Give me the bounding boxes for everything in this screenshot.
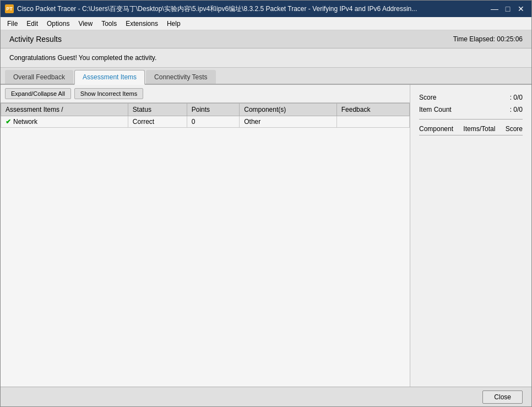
tabs-bar: Overall Feedback Assessment Items Connec…	[1, 68, 531, 85]
menu-bar: File Edit Options View Tools Extensions …	[1, 17, 531, 30]
assessment-table: Assessment Items / Status Points Compone…	[1, 103, 410, 128]
title-bar-left: PT Cisco Packet Tracer - C:\Users\百变马丁\D…	[5, 4, 417, 14]
window-controls: — □ ✕	[488, 3, 527, 15]
close-dialog-button[interactable]: Close	[482, 390, 523, 404]
item-count-row: Item Count : 0/0	[419, 104, 523, 116]
right-panel: Score : 0/0 Item Count : 0/0 Component I…	[410, 85, 531, 387]
tab-overall-feedback[interactable]: Overall Feedback	[5, 70, 73, 84]
score-row: Score : 0/0	[419, 91, 523, 104]
cell-feedback	[336, 116, 409, 128]
score-divider	[419, 119, 523, 120]
title-bar: PT Cisco Packet Tracer - C:\Users\百变马丁\D…	[1, 1, 531, 17]
bottom-bar: Close	[1, 387, 531, 406]
toolbar: Expand/Collapse All Show Incorrect Items	[1, 85, 410, 103]
menu-options[interactable]: Options	[42, 19, 74, 29]
item-count-label: Item Count	[419, 106, 452, 113]
col-component: Component	[419, 125, 453, 133]
col-feedback: Feedback	[336, 104, 409, 116]
tab-assessment-items[interactable]: Assessment Items	[74, 70, 145, 85]
table-header-row: Assessment Items / Status Points Compone…	[1, 104, 410, 116]
col-items-total: Items/Total	[463, 125, 495, 133]
maximize-button[interactable]: □	[502, 3, 514, 15]
col-score: Score	[506, 125, 523, 133]
cell-points: 0	[187, 116, 240, 128]
item-count-value: : 0/0	[510, 106, 523, 113]
main-window: PT Cisco Packet Tracer - C:\Users\百变马丁\D…	[0, 0, 532, 407]
cell-status: Correct	[128, 116, 187, 128]
col-points: Points	[187, 104, 240, 116]
expand-collapse-button[interactable]: Expand/Collapse All	[5, 88, 71, 99]
minimize-button[interactable]: —	[488, 3, 501, 15]
menu-extensions[interactable]: Extensions	[121, 19, 162, 29]
score-table-header: Component Items/Total Score	[419, 123, 523, 135]
left-panel: Expand/Collapse All Show Incorrect Items…	[1, 85, 410, 387]
activity-title: Activity Results	[9, 35, 62, 44]
menu-view[interactable]: View	[74, 19, 97, 29]
cell-name: ✔ Network	[1, 116, 128, 128]
panel-area: Expand/Collapse All Show Incorrect Items…	[1, 85, 531, 387]
congrats-area: Congratulations Guest! You completed the…	[1, 48, 531, 68]
main-content: Activity Results Time Elapsed: 00:25:06 …	[1, 30, 531, 406]
assessment-table-wrap: Assessment Items / Status Points Compone…	[1, 103, 410, 387]
col-assessment-items: Assessment Items /	[1, 104, 128, 116]
show-incorrect-button[interactable]: Show Incorrect Items	[74, 88, 143, 99]
col-components: Component(s)	[240, 104, 336, 116]
app-icon: PT	[5, 4, 14, 13]
menu-file[interactable]: File	[3, 19, 22, 29]
menu-tools[interactable]: Tools	[97, 19, 121, 29]
table-row: ✔ Network Correct 0 Other	[1, 116, 410, 128]
tab-connectivity-tests[interactable]: Connectivity Tests	[146, 70, 216, 84]
time-elapsed: Time Elapsed: 00:25:06	[453, 35, 523, 43]
menu-edit[interactable]: Edit	[22, 19, 42, 29]
score-value: : 0/0	[510, 94, 523, 101]
menu-help[interactable]: Help	[162, 19, 185, 29]
row-name: Network	[13, 118, 37, 126]
col-status: Status	[128, 104, 187, 116]
congrats-text: Congratulations Guest! You completed the…	[9, 54, 156, 62]
score-label: Score	[419, 94, 436, 101]
check-icon: ✔	[6, 118, 11, 126]
activity-header: Activity Results Time Elapsed: 00:25:06	[1, 30, 531, 48]
window-close-button[interactable]: ✕	[515, 3, 527, 15]
cell-components: Other	[240, 116, 336, 128]
window-title: Cisco Packet Tracer - C:\Users\百变马丁\Desk…	[17, 4, 417, 14]
